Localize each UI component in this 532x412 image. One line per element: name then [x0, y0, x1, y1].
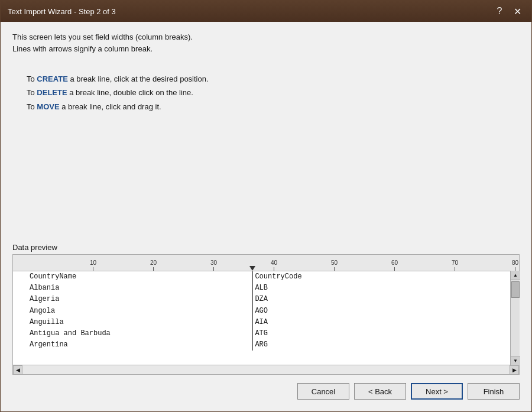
intro-line-2: Lines with arrows signify a column break…: [12, 43, 520, 55]
ruler-area[interactable]: 1020304050607080 CountryNameCountryCodeA…: [12, 254, 520, 375]
instruction-delete-suffix: a break line, double click on the line.: [67, 88, 193, 97]
ruler-tick-10: 10: [90, 260, 96, 271]
ruler-tick-40: 40: [271, 260, 277, 271]
instruction-create: To CREATE a break line, click at the des…: [27, 72, 520, 86]
scroll-up-arrow[interactable]: ▲: [511, 271, 520, 280]
table-row: AnguillaAIA: [13, 317, 519, 328]
ruler-tick-80: 80: [512, 260, 518, 271]
scroll-thumb[interactable]: [511, 281, 520, 298]
instructions: To CREATE a break line, click at the des…: [12, 72, 520, 113]
data-table: CountryNameCountryCodeAlbaniaALBAlgeriaD…: [13, 271, 519, 351]
instruction-delete-prefix: To: [27, 88, 37, 97]
title-bar-controls: ? ✕: [492, 4, 524, 18]
table-row: AlbaniaALB: [13, 283, 519, 294]
table-row: Antigua and BarbudaATG: [13, 328, 519, 339]
data-table-wrapper: CountryNameCountryCodeAlbaniaALBAlgeriaD…: [12, 271, 520, 365]
ruler-tick-50: 50: [331, 260, 338, 271]
instruction-delete-action: DELETE: [37, 88, 67, 97]
scroll-down-arrow[interactable]: ▼: [511, 356, 520, 365]
break-arrow-head: [249, 266, 255, 271]
instruction-move-prefix: To: [27, 102, 37, 111]
spacer: [12, 113, 520, 243]
table-row: CountryNameCountryCode: [13, 271, 519, 283]
instruction-create-action: CREATE: [37, 74, 67, 83]
help-button[interactable]: ?: [492, 4, 507, 18]
h-scroll-track: [22, 365, 510, 374]
table-row: AlgeriaDZA: [13, 294, 519, 305]
back-button[interactable]: < Back: [354, 383, 406, 400]
ruler-inner: 1020304050607080: [13, 255, 519, 271]
ruler-container[interactable]: 1020304050607080: [12, 254, 520, 271]
instruction-create-suffix: a break line, click at the desired posit…: [68, 74, 209, 83]
title-bar: Text Import Wizard - Step 2 of 3 ? ✕: [1, 1, 531, 22]
instruction-move: To MOVE a break line, click and drag it.: [27, 100, 520, 113]
close-button[interactable]: ✕: [510, 4, 524, 18]
ruler-tick-70: 70: [452, 260, 458, 271]
scroll-track: [511, 280, 520, 356]
horizontal-scrollbar[interactable]: ◀ ▶: [12, 365, 520, 375]
finish-button[interactable]: Finish: [468, 383, 520, 400]
next-button[interactable]: Next >: [411, 383, 463, 400]
button-row: Cancel < Back Next > Finish: [12, 375, 520, 404]
column-break-arrow[interactable]: [249, 266, 255, 271]
data-table-container[interactable]: CountryNameCountryCodeAlbaniaALBAlgeriaD…: [12, 271, 520, 365]
wizard-window: Text Import Wizard - Step 2 of 3 ? ✕ Thi…: [0, 0, 532, 412]
content-area: This screen lets you set field widths (c…: [1, 22, 531, 411]
intro-text: This screen lets you set field widths (c…: [12, 31, 520, 54]
ruler-tick-60: 60: [391, 260, 398, 271]
instruction-create-prefix: To: [27, 74, 37, 83]
cancel-button[interactable]: Cancel: [297, 383, 349, 400]
intro-line-1: This screen lets you set field widths (c…: [12, 31, 520, 43]
instruction-move-suffix: a break line, click and drag it.: [60, 102, 161, 111]
ruler-tick-30: 30: [210, 260, 217, 271]
scroll-left-arrow[interactable]: ◀: [13, 365, 22, 375]
ruler-ticks-container: 1020304050607080: [30, 255, 519, 271]
table-row: ArgentinaARG: [13, 339, 519, 351]
instruction-delete: To DELETE a break line, double click on …: [27, 86, 520, 99]
window-title: Text Import Wizard - Step 2 of 3: [8, 7, 116, 16]
table-row: AngolaAGO: [13, 306, 519, 317]
data-preview-label: Data preview: [12, 243, 520, 252]
instruction-move-action: MOVE: [37, 102, 59, 111]
scroll-right-arrow[interactable]: ▶: [510, 365, 519, 375]
vertical-scrollbar[interactable]: ▲ ▼: [510, 271, 520, 365]
ruler-tick-20: 20: [150, 260, 157, 271]
